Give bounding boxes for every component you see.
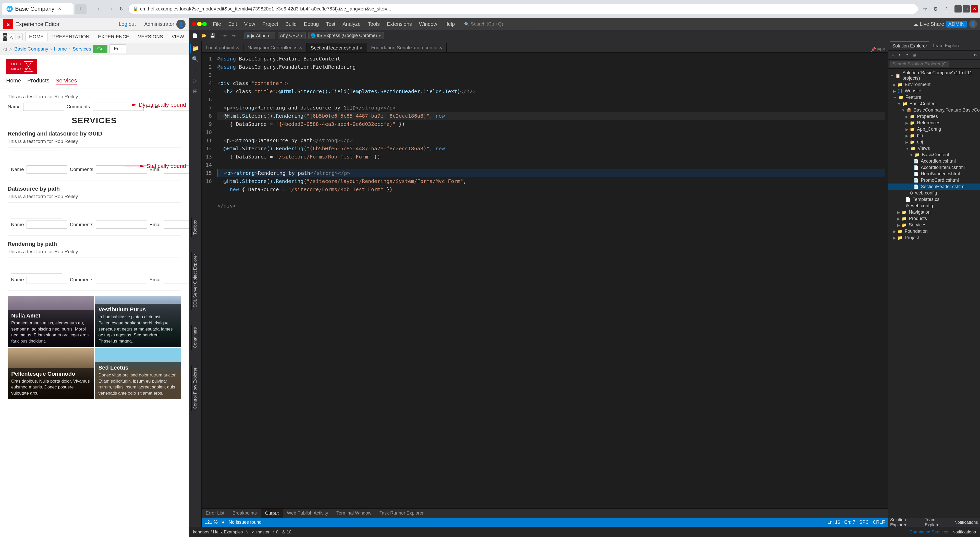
extensions-button[interactable]: ⚙: [931, 4, 940, 14]
vs-tab-breakpoints[interactable]: Breakpoints: [228, 509, 261, 518]
comments-input-path[interactable]: [96, 220, 147, 229]
tree-environment[interactable]: ▶ 📁 Environment: [888, 81, 980, 88]
breadcrumb-home[interactable]: Home: [54, 46, 67, 52]
vs-redo-btn[interactable]: ↪: [230, 32, 238, 39]
vs-menu-file[interactable]: File: [210, 20, 224, 28]
vs-team-explorer-tab[interactable]: Team Explorer: [930, 41, 964, 51]
vs-menu-debug[interactable]: Debug: [301, 20, 322, 28]
vs-notifications-label[interactable]: Notifications: [954, 520, 978, 525]
vs-sol-btn-4[interactable]: ⊞: [911, 52, 918, 58]
active-tab[interactable]: 🌐 Basic Company ✕: [2, 3, 73, 14]
minimize-button[interactable]: ─: [955, 5, 962, 13]
tree-basiccontent-views[interactable]: ▼ 📁 BasicContent: [888, 151, 980, 158]
sc-nav-view[interactable]: VIEW: [168, 32, 188, 41]
tree-app-config[interactable]: ▶ 📁 App_Config: [888, 126, 980, 132]
vs-close-btn[interactable]: [192, 22, 197, 26]
tree-feature[interactable]: ▼ 📁 Feature: [888, 94, 980, 100]
containers-label[interactable]: Containers: [191, 325, 199, 350]
sc-nav-experience[interactable]: EXPERIENCE: [94, 32, 133, 41]
tree-properties[interactable]: ▶ 📁 Properties: [888, 113, 980, 120]
sc-nav-home[interactable]: HOME: [25, 32, 48, 41]
vs-minimize-btn[interactable]: [197, 22, 202, 26]
tree-obj[interactable]: ▶ 📁 obj: [888, 139, 980, 145]
email-input-render[interactable]: [164, 276, 189, 284]
tree-promocard[interactable]: 📄 PromoCard.cshtml: [888, 177, 980, 183]
tree-services-folder[interactable]: ▶ 📁 Services: [888, 222, 980, 228]
breadcrumb-company[interactable]: Basic Company: [14, 46, 48, 52]
breadcrumb-back-icon[interactable]: ◁: [3, 46, 6, 52]
vs-sol-btn-3[interactable]: ≡: [904, 52, 911, 58]
vs-sol-btn-2[interactable]: ↻: [897, 52, 904, 58]
tree-navigation[interactable]: ▶ 📁 Navigation: [888, 209, 980, 215]
vs-undo-btn[interactable]: ↩: [221, 32, 229, 39]
tree-sectionheader[interactable]: 📄 SectionHeader.cshtml: [888, 183, 980, 190]
sql-explorer-label[interactable]: SQL Server Object Explorer: [191, 252, 199, 309]
vs-menu-build[interactable]: Build: [282, 20, 300, 28]
tree-project-folder[interactable]: ▶ 📁 Project: [888, 234, 980, 241]
sc-home-icon[interactable]: ⊞: [3, 33, 7, 41]
vs-tab-localpubxml[interactable]: Local.pubxml ✕: [202, 43, 243, 52]
vs-menu-edit[interactable]: Edit: [225, 20, 240, 28]
tree-references[interactable]: ▶ 📁 References: [888, 120, 980, 126]
tree-views[interactable]: ▼ 📁 Views: [888, 145, 980, 151]
vs-explorer-icon[interactable]: 📁: [190, 43, 200, 54]
vs-tab-output[interactable]: Output: [261, 509, 283, 518]
back-button[interactable]: ←: [95, 4, 104, 14]
close-button[interactable]: ✕: [971, 5, 978, 13]
code-content[interactable]: @using BasicCompany.Feature.BasicContent…: [215, 53, 888, 508]
name-input-render[interactable]: [27, 276, 67, 284]
tree-foundation[interactable]: ▶ 📁 Foundation: [888, 228, 980, 234]
breadcrumb-services[interactable]: Services: [73, 46, 91, 52]
refresh-button[interactable]: ↻: [117, 4, 126, 14]
site-nav-services[interactable]: Services: [56, 77, 77, 84]
comments-input-render[interactable]: [96, 276, 147, 284]
tree-webconfig-root[interactable]: ⚙ web.config: [888, 202, 980, 209]
vs-menu-analyze[interactable]: Analyze: [339, 20, 364, 28]
vs-menu-tools[interactable]: Tools: [365, 20, 383, 28]
new-tab-button[interactable]: +: [75, 4, 86, 14]
image-card-3[interactable]: Pellentesque Commodo Cras dapibus. Nulla…: [8, 348, 94, 399]
edit-button[interactable]: Edit: [110, 45, 126, 53]
vs-tab-terminal[interactable]: Terminal Window: [332, 509, 375, 518]
image-card-4[interactable]: Sed Lectus Donec vitae orci sed dolor ru…: [95, 348, 181, 399]
sc-prev-button[interactable]: ◁: [8, 33, 15, 40]
toolbox-label[interactable]: Toolbox: [191, 218, 199, 237]
sc-nav-versions[interactable]: VERSIONS: [134, 32, 167, 41]
vs-pin-btn[interactable]: 📌: [870, 47, 876, 52]
breadcrumb-forward-icon[interactable]: ▷: [9, 46, 12, 52]
tree-bin[interactable]: ▶ 📁 bin: [888, 132, 980, 139]
vs-debug-icon[interactable]: ▷: [190, 76, 200, 86]
vs-tab-foundation-config[interactable]: Foundation.Serialization.config ✕: [367, 43, 447, 52]
tree-templates[interactable]: 📄 Templates.cs: [888, 196, 980, 202]
vs-git-icon[interactable]: ⑂: [190, 65, 200, 75]
tree-basiccompany-feature[interactable]: ▼ 📦 BasicCompany.Feature.BasicContent: [888, 107, 980, 113]
vs-tab-sectionheader[interactable]: SectionHeader.cshtml ✕: [307, 43, 367, 52]
vs-sol-settings-btn[interactable]: ⚙: [972, 52, 978, 58]
vs-open-btn[interactable]: 📂: [200, 32, 208, 39]
maximize-button[interactable]: □: [963, 5, 970, 13]
tree-herobanner[interactable]: 📄 HeroBanner.cshtml: [888, 171, 980, 177]
go-button[interactable]: Go: [93, 45, 107, 53]
vs-menu-window[interactable]: Window: [416, 20, 440, 28]
vs-tab-error-list[interactable]: Error List: [202, 509, 228, 518]
tree-solution[interactable]: ▼ 📋 Solution 'BasicCompany' (11 of 11 pr…: [888, 70, 980, 81]
tree-accordion[interactable]: 📄 Accordion.cshtml: [888, 158, 980, 164]
vs-solution-search[interactable]: [890, 61, 949, 67]
email-input-path[interactable]: [164, 220, 189, 229]
site-nav-products[interactable]: Products: [27, 77, 49, 84]
bookmark-button[interactable]: ☆: [920, 4, 929, 14]
name-input-guid[interactable]: [27, 166, 67, 174]
sc-logout[interactable]: Log out: [119, 21, 136, 27]
vs-new-file-btn[interactable]: 📄: [191, 32, 199, 39]
tree-accordionitem[interactable]: 📄 AccordionItem.cshtml: [888, 164, 980, 171]
forward-button[interactable]: →: [106, 4, 115, 14]
address-bar[interactable]: 🔒 cm.helixexamples.local/?sc_mode=edit&s…: [128, 4, 918, 14]
tree-website[interactable]: ▶ 🌐 Website: [888, 88, 980, 94]
tree-products[interactable]: ▶ 📁 Products: [888, 215, 980, 222]
menu-button[interactable]: ⋮: [942, 4, 951, 14]
vs-connected-services[interactable]: Connected Services: [909, 530, 948, 535]
vs-live-share[interactable]: ☁ Live Share: [913, 21, 944, 27]
tree-basiccontent[interactable]: ▼ 📁 BasicContent: [888, 100, 980, 107]
vs-layout-btn[interactable]: ⊟: [877, 47, 881, 52]
vs-close-panel-btn[interactable]: ✕: [882, 47, 886, 52]
